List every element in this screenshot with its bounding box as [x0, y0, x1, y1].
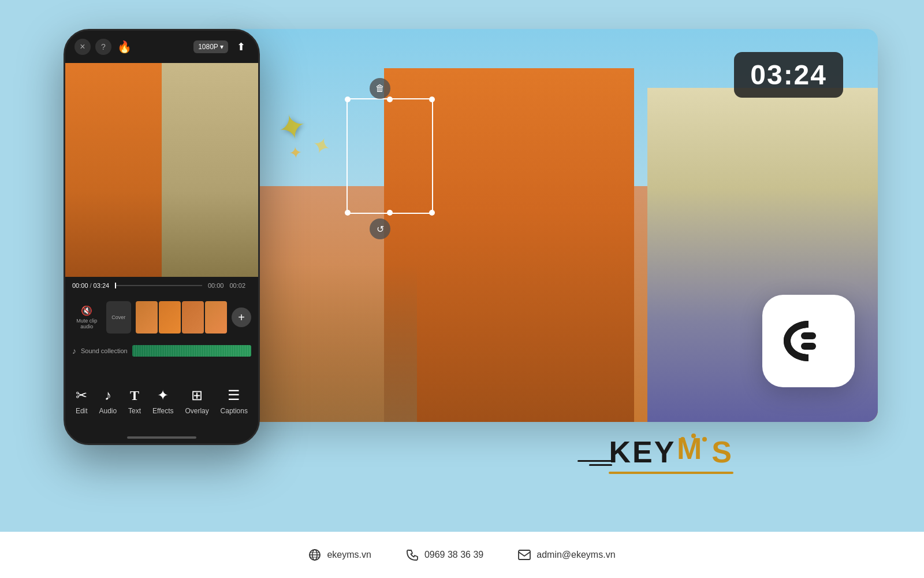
audio-label: Audio — [99, 407, 117, 415]
svg-rect-2 — [801, 343, 816, 350]
mute-icon: 🔇 — [81, 305, 92, 316]
timeline-total-time: 03:24 — [94, 282, 110, 289]
text-icon: T — [130, 388, 139, 403]
toolbar-item-captions[interactable]: ☰ Captions — [221, 387, 248, 415]
timer-badge: 03:24 — [734, 52, 843, 98]
phone-timeline[interactable]: 00:00 / 03:24 00:00 00:02 — [65, 277, 258, 294]
keyms-underline — [609, 472, 733, 474]
phone-close-button[interactable]: × — [74, 39, 91, 55]
overlay-icon: ⊞ — [191, 387, 203, 403]
clip-thumb-2 — [159, 301, 181, 334]
large-photo: ✦ ✦ ✦ 🗑 ↺ 03:24 — [219, 29, 878, 422]
key-text: KEY — [609, 435, 676, 469]
timeline-current-time: 00:00 — [72, 282, 88, 289]
svg-point-6 — [702, 437, 707, 442]
sound-collection-label: Sound collection — [81, 347, 128, 354]
clip-add-button[interactable]: + — [232, 307, 251, 327]
clip-thumb-4 — [205, 301, 227, 334]
edit-icon: ✂ — [76, 387, 87, 403]
toolbar-item-effects[interactable]: ✦ Effects — [152, 387, 173, 415]
deco-line-1 — [578, 460, 612, 462]
ms-text: S — [711, 435, 733, 469]
phone-text: 0969 38 36 39 — [424, 550, 483, 560]
effects-icon: ✦ — [157, 387, 169, 403]
upload-icon: ⬆ — [237, 40, 245, 53]
globe-svg — [308, 549, 321, 561]
clip-thumb-1 — [136, 301, 158, 334]
rotate-icon: ↺ — [377, 224, 384, 235]
selection-handle-br[interactable] — [429, 210, 435, 216]
deco-line-2 — [589, 464, 612, 466]
email-text: admin@ekeyms.vn — [536, 550, 615, 560]
effects-label: Effects — [152, 407, 173, 415]
footer: ekeyms.vn 0969 38 36 39 admin@ekeyms.vn — [0, 532, 924, 578]
sparkle-decoration: ✦ ✦ ✦ — [277, 104, 331, 161]
phone-icon — [406, 549, 419, 561]
email-icon — [518, 549, 531, 561]
captions-icon: ☰ — [228, 387, 240, 403]
sound-wave — [132, 345, 251, 357]
email-svg — [518, 550, 531, 560]
preview-person-left — [65, 63, 162, 277]
keyms-logo: KEY M S — [609, 432, 733, 474]
selection-handle-tl[interactable] — [345, 97, 351, 102]
overlay-label: Overlay — [185, 407, 208, 415]
toolbar-item-audio[interactable]: ♪ Audio — [99, 387, 117, 415]
close-icon: × — [80, 42, 85, 52]
toolbar-items: ✂ Edit ♪ Audio T Text ✦ Effects ⊞ Over — [65, 368, 258, 432]
preview-person-right — [162, 63, 258, 277]
clip-thumb-3 — [182, 301, 204, 334]
audio-icon: ♪ — [105, 387, 111, 403]
upload-button[interactable]: ⬆ — [233, 39, 249, 55]
phone-preview — [65, 63, 258, 277]
help-icon: ? — [101, 42, 106, 51]
website-text: ekeyms.vn — [327, 550, 371, 560]
keyms-m-icon: M — [677, 432, 710, 462]
decorative-lines — [578, 460, 612, 468]
capcut-app-icon[interactable] — [762, 295, 855, 387]
home-indicator — [65, 432, 258, 443]
svg-point-5 — [691, 433, 696, 438]
selection-handle-bm[interactable] — [387, 210, 393, 216]
mute-audio-button[interactable]: 🔇 Mute clip audio — [72, 305, 102, 329]
svg-rect-12 — [519, 550, 530, 560]
svg-rect-1 — [801, 332, 816, 339]
selection-box[interactable] — [346, 98, 433, 214]
phone-svg — [407, 549, 418, 561]
toolbar-item-edit[interactable]: ✂ Edit — [76, 387, 88, 415]
phone-top-bar: × ? 🔥 1080P ▾ ⬆ — [65, 31, 258, 63]
large-photo-area: ✦ ✦ ✦ 🗑 ↺ 03:24 — [219, 29, 878, 526]
mute-label: Mute clip audio — [72, 318, 102, 329]
capcut-logo-svg — [777, 315, 840, 367]
timeline-bar[interactable] — [115, 285, 202, 286]
footer-website: ekeyms.vn — [308, 549, 371, 561]
resolution-button[interactable]: 1080P ▾ — [193, 40, 228, 53]
toolbar-item-overlay[interactable]: ⊞ Overlay — [185, 387, 208, 415]
phone-clip-track: 🔇 Mute clip audio Cover + — [65, 294, 258, 340]
flame-icon: 🔥 — [116, 39, 132, 55]
trash-icon: 🗑 — [375, 83, 385, 94]
footer-email: admin@ekeyms.vn — [518, 549, 615, 561]
globe-icon — [308, 549, 321, 561]
footer-phone: 0969 38 36 39 — [406, 549, 483, 561]
selection-handle-tr[interactable] — [429, 97, 435, 102]
phone-mockup: × ? 🔥 1080P ▾ ⬆ — [64, 29, 260, 445]
text-label: Text — [128, 407, 141, 415]
toolbar-item-text[interactable]: T Text — [128, 388, 141, 415]
sparkle-icon-3: ✦ — [288, 140, 333, 163]
edit-label: Edit — [76, 407, 88, 415]
clip-cover[interactable]: Cover — [106, 301, 131, 334]
sound-note-icon: ♪ — [72, 346, 76, 355]
clip-strip[interactable] — [136, 301, 227, 334]
selection-handle-bl[interactable] — [345, 210, 351, 216]
selection-handle-tm[interactable] — [387, 97, 393, 102]
phone-sound-track: ♪ Sound collection — [65, 340, 258, 361]
phone-bottom-toolbar: ✂ Edit ♪ Audio T Text ✦ Effects ⊞ Over — [65, 368, 258, 443]
home-bar — [127, 436, 196, 439]
svg-point-4 — [680, 437, 685, 442]
timeline-end-marker: 00:00 — [208, 282, 224, 289]
delete-overlay-button[interactable]: 🗑 — [370, 78, 390, 99]
phone-help-button[interactable]: ? — [95, 39, 111, 55]
captions-label: Captions — [221, 407, 248, 415]
rotate-overlay-button[interactable]: ↺ — [370, 218, 390, 239]
